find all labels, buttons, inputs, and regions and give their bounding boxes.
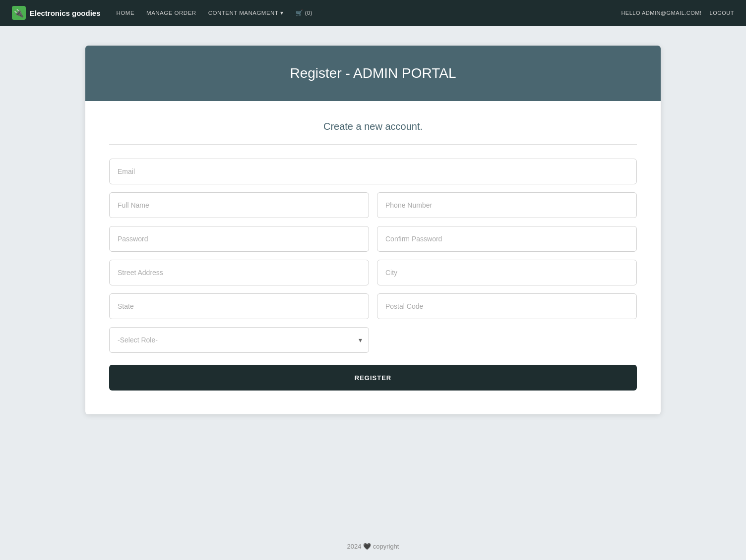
brand-icon: 🔌: [12, 6, 26, 20]
form-subtitle: Create a new account.: [109, 121, 637, 132]
brand-label: Electronics goodies: [30, 9, 101, 17]
password-field[interactable]: [109, 226, 369, 252]
register-button[interactable]: REGISTER: [109, 365, 637, 391]
heart-icon: 🖤: [363, 543, 373, 550]
nav-cart[interactable]: 🛒 (0): [296, 9, 312, 16]
role-col: -Select Role- Admin User: [109, 327, 369, 353]
card-body: Create a new account.: [85, 101, 661, 414]
state-field[interactable]: [109, 293, 369, 319]
role-row: -Select Role- Admin User: [109, 327, 637, 353]
dropdown-chevron-icon: ▾: [280, 9, 284, 16]
nav-logout-button[interactable]: LOGOUT: [710, 10, 734, 16]
role-select-wrapper: -Select Role- Admin User: [109, 327, 369, 353]
postal-field[interactable]: [377, 293, 637, 319]
nav-home[interactable]: HOME: [117, 10, 135, 16]
nav-right: HELLO ADMIN@GMAIL.COM! LOGOUT: [621, 10, 734, 16]
footer-year: 2024: [347, 543, 362, 550]
nav-links: HOME MANAGE ORDER CONTENT MANAGMENT ▾ 🛒 …: [117, 9, 622, 16]
form-divider: [109, 144, 637, 145]
email-field-group: [109, 159, 637, 184]
role-select[interactable]: -Select Role- Admin User: [109, 327, 369, 353]
brand-link[interactable]: 🔌 Electronics goodies: [12, 6, 101, 20]
fullname-field[interactable]: [109, 192, 369, 218]
phone-field[interactable]: [377, 192, 637, 218]
register-card: Register - ADMIN PORTAL Create a new acc…: [85, 46, 661, 414]
main-content: Register - ADMIN PORTAL Create a new acc…: [0, 26, 746, 533]
address-city-row: [109, 260, 637, 285]
nav-user-label: HELLO ADMIN@GMAIL.COM!: [621, 10, 701, 16]
password-row: [109, 226, 637, 252]
footer: 2024 🖤 copyright: [0, 533, 746, 560]
role-spacer: [377, 327, 637, 353]
footer-copyright: copyright: [373, 543, 399, 550]
navbar: 🔌 Electronics goodies HOME MANAGE ORDER …: [0, 0, 746, 26]
email-field[interactable]: [109, 159, 637, 184]
street-col: [109, 260, 369, 285]
phone-col: [377, 192, 637, 218]
name-phone-row: [109, 192, 637, 218]
confirm-password-field[interactable]: [377, 226, 637, 252]
fullname-col: [109, 192, 369, 218]
page-title: Register - ADMIN PORTAL: [95, 65, 651, 81]
street-field[interactable]: [109, 260, 369, 285]
city-col: [377, 260, 637, 285]
confirm-password-col: [377, 226, 637, 252]
city-field[interactable]: [377, 260, 637, 285]
state-col: [109, 293, 369, 319]
nav-manage-order[interactable]: MANAGE ORDER: [146, 10, 196, 16]
card-header: Register - ADMIN PORTAL: [85, 46, 661, 101]
postal-col: [377, 293, 637, 319]
password-col: [109, 226, 369, 252]
state-postal-row: [109, 293, 637, 319]
nav-content-management[interactable]: CONTENT MANAGMENT ▾: [208, 9, 284, 16]
cart-icon: 🛒: [296, 9, 303, 16]
